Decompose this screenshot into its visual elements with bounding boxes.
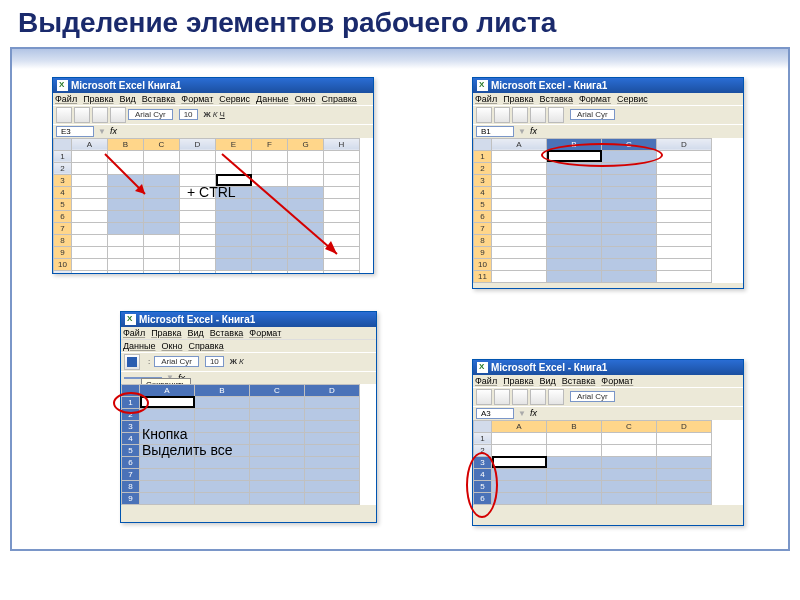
row-header[interactable]: 2 xyxy=(54,162,72,174)
menubar[interactable]: Файл Правка Вид Вставка Формат xyxy=(473,375,743,387)
menubar[interactable]: Файл Правка Вставка Формат Сервис xyxy=(473,93,743,105)
toolbar[interactable]: : Arial Cyr 10 Ж К xyxy=(121,352,376,371)
toolbar-button[interactable] xyxy=(110,107,126,123)
menu-format[interactable]: Формат xyxy=(181,94,213,104)
col-header[interactable]: E xyxy=(216,138,252,150)
row-header[interactable]: 5 xyxy=(54,198,72,210)
worksheet[interactable]: A B C D E F G H 1 2 3 4 5 6 7 8 9 10 xyxy=(53,138,373,274)
col-header[interactable]: A xyxy=(492,420,547,432)
menu-window[interactable]: Окно xyxy=(162,341,183,351)
row-header[interactable]: 7 xyxy=(122,468,140,480)
menu-file[interactable]: Файл xyxy=(475,94,497,104)
row-header[interactable]: 3 xyxy=(474,174,492,186)
menu-file[interactable]: Файл xyxy=(123,328,145,338)
select-all-corner[interactable] xyxy=(474,138,492,150)
row-header[interactable]: 6 xyxy=(54,210,72,222)
col-header[interactable]: A xyxy=(140,384,195,396)
formula-bar[interactable]: E3 ▼ fx xyxy=(53,124,373,138)
toolbar-button[interactable] xyxy=(548,389,564,405)
toolbar-button[interactable] xyxy=(56,107,72,123)
col-header[interactable]: C xyxy=(602,420,657,432)
toolbar-button[interactable] xyxy=(476,107,492,123)
menu-insert[interactable]: Вставка xyxy=(562,376,595,386)
row-header[interactable]: 1 xyxy=(122,396,140,408)
col-header[interactable]: B xyxy=(108,138,144,150)
row-header[interactable]: 4 xyxy=(474,468,492,480)
worksheet[interactable]: A B C D 1 2 3 4 5 6 7 8 9 10 11 xyxy=(473,138,743,283)
row-header[interactable]: 9 xyxy=(474,246,492,258)
menu-data[interactable]: Данные xyxy=(256,94,289,104)
worksheet[interactable]: A B C D 1 2 3 4 5 6 xyxy=(473,420,743,505)
menu-view[interactable]: Вид xyxy=(188,328,204,338)
italic-button[interactable]: К xyxy=(239,357,244,366)
col-header[interactable]: D xyxy=(657,420,712,432)
toolbar-button[interactable] xyxy=(476,389,492,405)
formula-bar[interactable]: B1 ▼ fx xyxy=(473,124,743,138)
font-selector[interactable]: Arial Cyr xyxy=(570,391,615,402)
row-header[interactable]: 2 xyxy=(474,444,492,456)
toolbar[interactable]: Arial Cyr 10 Ж К Ч xyxy=(53,105,373,124)
row-header[interactable]: 4 xyxy=(474,186,492,198)
col-header[interactable]: D xyxy=(305,384,360,396)
row-header[interactable]: 9 xyxy=(54,246,72,258)
row-header[interactable]: 5 xyxy=(122,444,140,456)
font-size-selector[interactable]: 10 xyxy=(205,356,224,367)
font-size-selector[interactable]: 10 xyxy=(179,109,198,120)
col-header[interactable]: D xyxy=(657,138,712,150)
italic-button[interactable]: К xyxy=(213,110,218,119)
toolbar-button[interactable] xyxy=(512,107,528,123)
menu-file[interactable]: Файл xyxy=(475,376,497,386)
row-header[interactable]: 11 xyxy=(474,270,492,282)
formula-bar[interactable]: A3 ▼ fx xyxy=(473,406,743,420)
menubar-row2[interactable]: Данные Окно Справка xyxy=(121,339,376,352)
row-header[interactable]: 7 xyxy=(474,222,492,234)
select-all-corner[interactable] xyxy=(54,138,72,150)
underline-button[interactable]: Ч xyxy=(220,110,225,119)
menu-format[interactable]: Формат xyxy=(601,376,633,386)
bold-button[interactable]: Ж xyxy=(204,110,211,119)
row-header[interactable]: 8 xyxy=(122,480,140,492)
col-header[interactable]: B xyxy=(547,420,602,432)
col-header[interactable]: C xyxy=(602,138,657,150)
toolbar-button[interactable] xyxy=(494,107,510,123)
save-button[interactable] xyxy=(124,354,140,370)
row-header[interactable]: 11 xyxy=(54,270,72,274)
col-header[interactable]: H xyxy=(324,138,360,150)
font-selector[interactable]: Arial Cyr xyxy=(570,109,615,120)
row-header[interactable]: 3 xyxy=(474,456,492,468)
font-selector[interactable]: Arial Cyr xyxy=(154,356,199,367)
menu-edit[interactable]: Правка xyxy=(503,94,533,104)
row-header[interactable]: 4 xyxy=(122,432,140,444)
menu-insert[interactable]: Вставка xyxy=(142,94,175,104)
menu-view[interactable]: Вид xyxy=(120,94,136,104)
menubar[interactable]: Файл Правка Вид Вставка Формат xyxy=(121,327,376,339)
row-header[interactable]: 1 xyxy=(54,150,72,162)
row-header[interactable]: 1 xyxy=(474,150,492,162)
menu-help[interactable]: Справка xyxy=(322,94,357,104)
menu-insert[interactable]: Вставка xyxy=(210,328,243,338)
menu-file[interactable]: Файл xyxy=(55,94,77,104)
select-all-corner[interactable] xyxy=(122,384,140,396)
row-header[interactable]: 8 xyxy=(54,234,72,246)
col-header[interactable]: A xyxy=(72,138,108,150)
col-header[interactable]: F xyxy=(252,138,288,150)
toolbar-button[interactable] xyxy=(74,107,90,123)
menu-edit[interactable]: Правка xyxy=(151,328,181,338)
bold-button[interactable]: Ж xyxy=(230,357,237,366)
row-header[interactable]: 10 xyxy=(54,258,72,270)
menu-tools[interactable]: Сервис xyxy=(219,94,250,104)
toolbar-button[interactable] xyxy=(494,389,510,405)
name-box[interactable]: B1 xyxy=(476,126,514,137)
row-header[interactable]: 2 xyxy=(474,162,492,174)
col-header[interactable]: B xyxy=(195,384,250,396)
toolbar-button[interactable] xyxy=(530,107,546,123)
row-header[interactable]: 10 xyxy=(474,258,492,270)
row-header[interactable]: 3 xyxy=(122,420,140,432)
row-header[interactable]: 6 xyxy=(474,492,492,504)
row-header[interactable]: 8 xyxy=(474,234,492,246)
name-box[interactable]: E3 xyxy=(56,126,94,137)
menu-view[interactable]: Вид xyxy=(540,376,556,386)
toolbar[interactable]: Arial Cyr xyxy=(473,105,743,124)
menubar[interactable]: Файл Правка Вид Вставка Формат Сервис Да… xyxy=(53,93,373,105)
row-header[interactable]: 3 xyxy=(54,174,72,186)
